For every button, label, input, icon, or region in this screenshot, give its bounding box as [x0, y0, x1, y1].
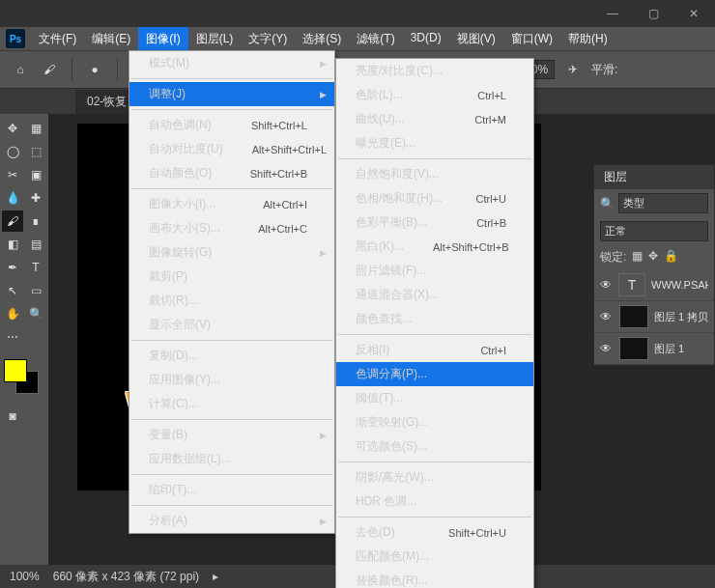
adjust-menu-item-20[interactable]: HDR 色调... [336, 490, 533, 514]
artboard-tool[interactable]: ▦ [25, 118, 46, 139]
image-menu-item-0[interactable]: 模式(M)▶ [129, 51, 334, 75]
image-menu-item-10[interactable]: 图像旋转(G)▶ [129, 240, 334, 265]
lock-position-icon[interactable]: ✥ [648, 249, 658, 266]
gradient-tool[interactable]: ▤ [25, 234, 46, 255]
image-menu-item-17[interactable]: 计算(C)... [129, 392, 334, 416]
home-icon[interactable]: ⌂ [10, 59, 31, 80]
brush-preset-icon[interactable]: ● [84, 59, 105, 80]
visibility-icon[interactable]: 👁 [600, 278, 613, 292]
layer-thumb [619, 337, 648, 360]
image-menu-item-16[interactable]: 应用图像(Y)... [129, 368, 334, 392]
menu-1[interactable]: 编辑(E) [84, 27, 138, 51]
layer-kind-select[interactable]: 类型 [618, 193, 708, 213]
adjust-menu-item-0[interactable]: 亮度/对比度(C)... [336, 59, 533, 83]
adjust-menu-item-16[interactable]: 渐变映射(G)... [336, 410, 533, 434]
menu-7[interactable]: 3D(D) [403, 27, 449, 51]
stamp-tool[interactable]: ∎ [25, 210, 46, 232]
zoom-level[interactable]: 100% [10, 570, 40, 583]
adjust-menu-item-13[interactable]: 反相(I)Ctrl+I [336, 338, 533, 362]
layer-row-2[interactable]: 👁图层 1 [594, 333, 714, 365]
more-tools[interactable]: ⋯ [2, 326, 23, 348]
menu-9[interactable]: 窗口(W) [503, 27, 560, 51]
menu-4[interactable]: 文字(Y) [241, 27, 295, 51]
image-menu-item-9[interactable]: 画布大小(S)...Alt+Ctrl+C [129, 216, 334, 240]
lock-all-icon[interactable]: 🔒 [664, 249, 678, 266]
search-icon[interactable]: 🔍 [600, 197, 615, 210]
menu-8[interactable]: 视图(V) [449, 27, 503, 51]
airbrush-icon[interactable]: ✈ [562, 59, 584, 80]
layer-name: 图层 1 拷贝 [654, 310, 708, 324]
zoom-tool[interactable]: 🔍 [25, 303, 46, 324]
path-tool[interactable]: ↖ [2, 280, 23, 301]
crop-tool[interactable]: ✂ [2, 164, 23, 185]
image-menu-item-2[interactable]: 调整(J)▶ [129, 82, 334, 106]
adjust-menu-item-17[interactable]: 可选颜色(S)... [336, 434, 533, 459]
image-menu-item-15[interactable]: 复制(D)... [129, 344, 334, 368]
status-arrow-icon[interactable]: ▸ [213, 570, 218, 583]
menubar: Ps 文件(F)编辑(E)图像(I)图层(L)文字(Y)选择(S)滤镜(T)3D… [0, 27, 715, 50]
submenu-arrow-icon: ▶ [320, 431, 327, 440]
adjust-menu-item-5[interactable]: 自然饱和度(V)... [336, 162, 533, 186]
shape-tool[interactable]: ▭ [25, 280, 46, 301]
adjust-menu-item-14[interactable]: 色调分离(P)... [336, 362, 533, 386]
brush-tool[interactable]: 🖌 [2, 210, 23, 232]
blend-mode-select[interactable]: 正常 [600, 221, 708, 241]
adjust-menu-item-2[interactable]: 曲线(U)...Ctrl+M [336, 107, 533, 131]
menu-5[interactable]: 选择(S) [295, 27, 349, 51]
adjust-menu-item-11[interactable]: 颜色查找... [336, 307, 533, 331]
layer-row-0[interactable]: 👁TWWW.PSAH [594, 269, 714, 301]
eyedropper-tool[interactable]: 💧 [2, 187, 23, 209]
eraser-tool[interactable]: ◧ [2, 234, 23, 255]
healing-tool[interactable]: ✚ [25, 187, 46, 209]
maximize-button[interactable]: ▢ [640, 4, 667, 23]
image-menu-item-12[interactable]: 裁切(R)... [129, 289, 334, 313]
adjust-menu-item-19[interactable]: 阴影/高光(W)... [336, 465, 533, 490]
adjust-menu-item-6[interactable]: 色相/饱和度(H)...Ctrl+U [336, 186, 533, 210]
quickmask-tool[interactable]: ◙ [2, 406, 23, 427]
image-menu-item-11: 裁剪(P) [129, 265, 334, 289]
adjust-menu-item-7[interactable]: 色彩平衡(B)...Ctrl+B [336, 210, 533, 235]
adjust-menu-item-23[interactable]: 匹配颜色(M)... [336, 545, 533, 569]
image-menu-item-4[interactable]: 自动色调(N)Shift+Ctrl+L [129, 113, 334, 137]
smooth-label: 平滑: [591, 62, 617, 78]
frame-tool[interactable]: ▣ [25, 164, 46, 185]
visibility-icon[interactable]: 👁 [600, 342, 614, 355]
app-logo: Ps [6, 29, 25, 48]
menu-3[interactable]: 图层(L) [188, 27, 242, 51]
menu-0[interactable]: 文件(F) [31, 27, 84, 51]
adjust-menu-item-10[interactable]: 通道混合器(X)... [336, 283, 533, 307]
adjust-menu-item-9[interactable]: 照片滤镜(F)... [336, 259, 533, 283]
image-menu-item-6[interactable]: 自动颜色(O)Shift+Ctrl+B [129, 161, 334, 185]
image-menu-item-8[interactable]: 图像大小(I)...Alt+Ctrl+I [129, 192, 334, 216]
move-tool[interactable]: ✥ [2, 118, 23, 139]
image-menu: 模式(M)▶调整(J)▶自动色调(N)Shift+Ctrl+L自动对比度(U)A… [129, 50, 335, 534]
layer-thumb [619, 305, 648, 328]
adjust-menu-item-8[interactable]: 黑白(K)...Alt+Shift+Ctrl+B [336, 235, 533, 259]
menu-6[interactable]: 滤镜(T) [349, 27, 402, 51]
adjust-menu-item-15[interactable]: 阈值(T)... [336, 386, 533, 410]
type-tool[interactable]: T [25, 257, 46, 278]
close-button[interactable]: ✕ [680, 4, 707, 23]
lasso-tool[interactable]: ◯ [2, 141, 23, 162]
brush-icon[interactable]: 🖌 [39, 59, 60, 80]
hand-tool[interactable]: ✋ [2, 303, 23, 324]
image-menu-item-13[interactable]: 显示全部(V) [129, 313, 334, 337]
fg-color[interactable] [4, 359, 27, 382]
marquee-tool[interactable]: ⬚ [25, 141, 46, 162]
image-menu-item-24[interactable]: 分析(A)▶ [129, 509, 334, 533]
color-swatches[interactable] [2, 357, 44, 396]
layer-row-1[interactable]: 👁图层 1 拷贝 [594, 301, 714, 333]
menu-10[interactable]: 帮助(H) [560, 27, 615, 51]
image-menu-item-19[interactable]: 变量(B)▶ [129, 423, 334, 447]
visibility-icon[interactable]: 👁 [600, 310, 614, 323]
menu-2[interactable]: 图像(I) [138, 27, 187, 51]
adjust-menu-item-24[interactable]: 替换颜色(R)... [336, 569, 533, 588]
adjust-menu-item-1[interactable]: 色阶(L)...Ctrl+L [336, 83, 533, 107]
adjust-menu-item-22[interactable]: 去色(D)Shift+Ctrl+U [336, 520, 533, 545]
minimize-button[interactable]: — [599, 4, 626, 23]
image-menu-item-22: 陷印(T)... [129, 478, 334, 502]
lock-pixels-icon[interactable]: ▦ [632, 249, 643, 266]
pen-tool[interactable]: ✒ [2, 257, 23, 278]
image-menu-item-5[interactable]: 自动对比度(U)Alt+Shift+Ctrl+L [129, 137, 334, 161]
adjust-menu-item-3[interactable]: 曝光度(E)... [336, 131, 533, 155]
